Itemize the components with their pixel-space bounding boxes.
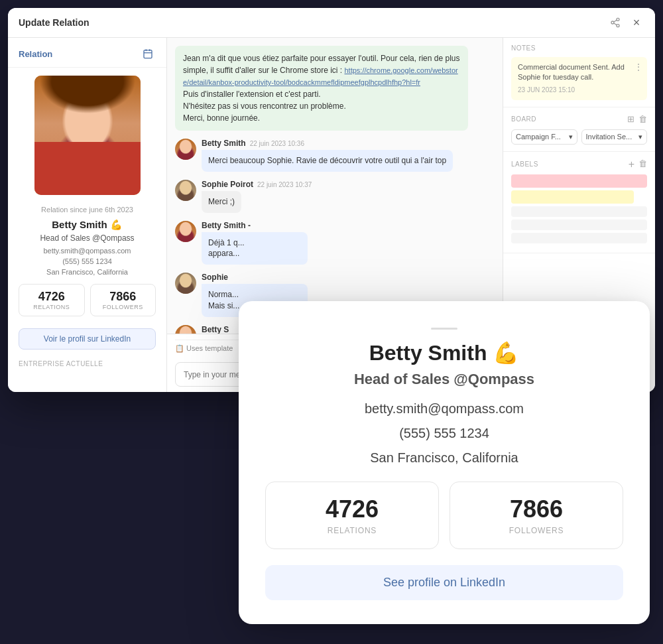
betty-avatar-img-3 [175, 325, 196, 334]
betty-avatar-2 [175, 221, 196, 242]
sophie-msg-content-1: Sophie Poirot 22 juin 2023 10:37 Merci ;… [202, 180, 495, 213]
sophie-author-2: Sophie [202, 273, 228, 282]
sophie-msg-header-2: Sophie [202, 273, 495, 282]
betty-author-3: Betty S [202, 325, 229, 334]
hair-overlay [34, 76, 141, 135]
labels-delete-icon[interactable]: 🗑 [638, 159, 647, 170]
invitation-select[interactable]: Invitation Se... ▾ [581, 129, 648, 145]
betty-author-1: Betty Smith [202, 139, 246, 148]
relation-since: Relation since june 6th 2023 [8, 203, 166, 216]
sophie-avatar-2 [175, 273, 196, 294]
popup-linkedin-button[interactable]: See profile on LinkedIn [265, 565, 623, 600]
board-selects: Campaign F... ▾ Invitation Se... ▾ [511, 129, 647, 145]
board-title: BOARD [511, 115, 536, 123]
message-sophie-1: Sophie Poirot 22 juin 2023 10:37 Merci ;… [175, 180, 495, 213]
betty-bubble-2: Déjà 1 q... appara... [202, 232, 308, 265]
popup-relations-label: RELATIONS [272, 526, 432, 535]
chrome-store-link[interactable]: https://chrome.google.com/webstore/detai… [183, 66, 458, 86]
message-jean: Jean m'a dit que vous étiez parfaite pou… [175, 46, 468, 131]
relation-icon[interactable] [140, 46, 156, 62]
sophie-avatar-img-2 [175, 273, 196, 294]
labels-header: LABELS + 🗑 [511, 159, 647, 170]
betty-time-1: 22 juin 2023 10:36 [250, 140, 304, 147]
relations-number: 4726 [25, 290, 79, 304]
relations-stat: 4726 RELATIONS [19, 284, 85, 316]
invitation-select-value: Invitation Se... [586, 133, 633, 141]
betty-avatar-img-2 [175, 221, 196, 242]
popup-followers-number: 7866 [457, 495, 616, 523]
sophie-bubble-1: Merci ;) [202, 191, 241, 213]
popup-relations-number: 4726 [272, 495, 432, 523]
label-empty-2 [511, 220, 647, 230]
board-icon[interactable]: ⊞ [627, 114, 634, 124]
svg-point-0 [617, 18, 619, 21]
campaign-select-value: Campaign F... [516, 133, 561, 141]
svg-point-1 [611, 21, 614, 24]
linkedin-button[interactable]: Voir le profil sur LinkedIn [19, 328, 156, 350]
window-title: Update Relation [19, 17, 90, 28]
stats-row: 4726 RELATIONS 7866 FOLLOWERS [19, 284, 156, 316]
board-section: BOARD ⊞ 🗑 Campaign F... ▾ Invitation Se.… [503, 107, 655, 152]
followers-label: FOLLOWERS [96, 304, 151, 310]
profile-location: San Francisco, California [8, 267, 166, 277]
label-yellow [511, 190, 634, 204]
sophie-msg-header-1: Sophie Poirot 22 juin 2023 10:37 [202, 180, 495, 189]
followers-stat: 7866 FOLLOWERS [90, 284, 156, 316]
labels-add-icon[interactable]: + [629, 159, 634, 170]
notes-more-icon[interactable]: ⋮ [634, 61, 643, 74]
profile-job-title: Head of Sales @Qompass [8, 232, 166, 245]
relation-header: Relation [8, 38, 166, 68]
profile-phone: (555) 555 1234 [8, 256, 166, 267]
left-panel: Relation Relation since june 6th 2023 Be… [8, 38, 167, 392]
company-section-label: ENTREPRISE ACTUELLE [8, 355, 166, 370]
relations-label: RELATIONS [25, 304, 79, 310]
board-delete-icon[interactable]: 🗑 [638, 114, 647, 124]
popup-followers-label: FOLLOWERS [457, 526, 616, 535]
popup-email: betty.smith@qompass.com [265, 401, 623, 417]
profile-email: betty.smith@qompass.com [8, 245, 166, 256]
notes-date: 23 JUN 2023 15:10 [518, 86, 640, 95]
profile-photo [34, 76, 141, 195]
titlebar-icons: × [607, 15, 644, 31]
betty-msg-content-1: Betty Smith 22 juin 2023 10:36 Merci bea… [202, 139, 495, 172]
notes-card: ⋮ Commercial document Sent. Add Sophie f… [511, 57, 647, 100]
sophie-avatar-img-1 [175, 180, 196, 201]
label-empty-1 [511, 206, 647, 217]
template-icon: 📋 [175, 344, 184, 352]
betty-avatar-img-1 [175, 139, 196, 160]
sophie-author-1: Sophie Poirot [202, 180, 253, 189]
window-titlebar: Update Relation × [8, 8, 655, 38]
followers-number: 7866 [96, 290, 151, 304]
popup-phone: (555) 555 1234 [265, 426, 623, 441]
svg-line-4 [614, 20, 617, 22]
betty-avatar-1 [175, 139, 196, 160]
labels-section: LABELS + 🗑 [503, 152, 655, 253]
message-betty-2: Betty Smith - Déjà 1 q... appara... [175, 221, 495, 265]
share-icon[interactable] [607, 15, 623, 31]
betty-msg-header-2: Betty Smith - [202, 221, 495, 230]
betty-text-2b: appara... [208, 249, 239, 258]
close-button[interactable]: × [629, 15, 644, 31]
popup-followers-box: 7866 FOLLOWERS [450, 482, 623, 549]
campaign-chevron: ▾ [569, 133, 573, 141]
relation-label: Relation [19, 49, 52, 59]
campaign-select[interactable]: Campaign F... ▾ [511, 129, 577, 145]
notes-text: Commercial document Sent. Add Sophie for… [518, 62, 640, 83]
profile-name: Betty Smith 💪 [8, 216, 166, 232]
sophie-text-2b: Mais si... [208, 301, 239, 310]
invitation-chevron: ▾ [638, 133, 642, 141]
betty-msg-header-1: Betty Smith 22 juin 2023 10:36 [202, 139, 495, 148]
label-empty-3 [511, 233, 647, 243]
sophie-time-1: 22 juin 2023 10:37 [257, 181, 312, 188]
sophie-avatar-1 [175, 180, 196, 201]
message-betty-1: Betty Smith 22 juin 2023 10:36 Merci bea… [175, 139, 495, 172]
template-text: Uses template [186, 344, 233, 352]
popup-stats: 4726 RELATIONS 7866 FOLLOWERS [265, 482, 623, 549]
notes-section: NOTES ⋮ Commercial document Sent. Add So… [503, 38, 655, 107]
popup-relations-box: 4726 RELATIONS [265, 482, 439, 549]
label-red [511, 174, 647, 188]
notes-title: NOTES [511, 44, 647, 52]
jean-message-text: Jean m'a dit que vous étiez parfaite pou… [183, 54, 459, 123]
popup-location: San Francisco, California [265, 450, 623, 466]
labels-title: LABELS [511, 161, 538, 168]
